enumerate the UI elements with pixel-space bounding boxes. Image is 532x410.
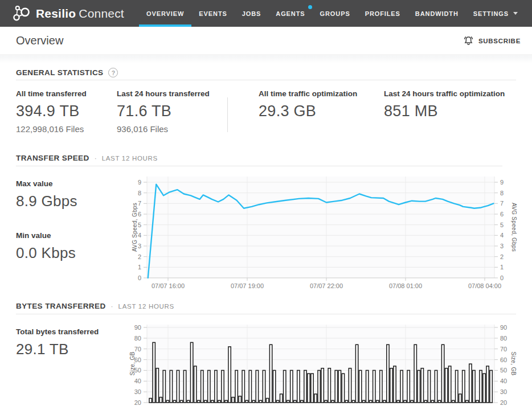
stat-label: All time transferred (16, 89, 117, 98)
nav-item-settings[interactable]: SETTINGS (466, 0, 525, 27)
svg-text:7: 7 (500, 200, 504, 207)
svg-text:5: 5 (500, 222, 504, 228)
bytes-transferred-chart: 20203030404050506060707080809090Size, GB… (0, 319, 532, 410)
transfer-speed-period: LAST 12 HOURS (102, 155, 158, 162)
nav-item-profiles[interactable]: PROFILES (358, 0, 408, 27)
transfer-speed-heading: TRANSFER SPEED · LAST 12 HOURS (16, 154, 158, 162)
nav-item-jobs[interactable]: JOBS (235, 0, 269, 27)
svg-text:90: 90 (500, 324, 507, 331)
stat-files (384, 124, 505, 134)
svg-text:5: 5 (138, 222, 141, 228)
stat-value: 29.3 GB (259, 103, 384, 120)
stat-all-time-transferred: All time transferred 394.9 TB 122,998,01… (16, 89, 117, 134)
svg-text:7: 7 (138, 200, 141, 207)
svg-text:80: 80 (134, 335, 141, 342)
general-statistics-rule (16, 80, 516, 80)
svg-text:4: 4 (500, 232, 504, 239)
svg-text:1: 1 (138, 264, 141, 270)
svg-text:3: 3 (138, 243, 141, 249)
stat-label: Last 24 hours traffic optimization (384, 89, 505, 98)
nav-item-bandwidth[interactable]: BANDWIDTH (408, 0, 466, 27)
svg-text:0: 0 (500, 274, 504, 281)
bytes-transferred-heading: BYTES TRANSFERRED · LAST 12 HOURS (16, 302, 174, 310)
svg-text:60: 60 (500, 356, 507, 363)
stat-last-24h-optimization: Last 24 hours traffic optimization 851 M… (384, 89, 505, 134)
bytes-transferred-period: LAST 12 HOURS (118, 303, 174, 310)
nav-item-groups[interactable]: GROUPS (313, 0, 358, 27)
stat-value: 71.6 TB (117, 103, 227, 120)
stats-divider (227, 97, 228, 132)
heading-separator: · (95, 154, 97, 162)
bytes-transferred-title: BYTES TRANSFERRED (16, 302, 106, 310)
svg-text:4: 4 (138, 232, 141, 239)
stat-files: 122,998,016 Files (16, 124, 117, 134)
svg-text:90: 90 (134, 324, 141, 331)
nav-item-label: EVENTS (199, 10, 227, 17)
stat-all-time-optimization: All time traffic optimization 29.3 GB (259, 89, 384, 134)
brand-logo[interactable]: ResilioConnect (11, 0, 124, 27)
svg-text:70: 70 (134, 346, 141, 352)
svg-text:20: 20 (500, 399, 507, 406)
stat-last-24h-transferred: Last 24 hours transferred 71.6 TB 936,01… (117, 89, 227, 134)
page-header: Overview SUBSCRIBE (0, 27, 532, 55)
svg-text:3: 3 (500, 243, 504, 249)
svg-text:70: 70 (500, 346, 507, 352)
nav-item-events[interactable]: EVENTS (191, 0, 234, 27)
stat-label: All time traffic optimization (259, 89, 384, 98)
notification-dot (308, 5, 312, 9)
nav-item-label: GROUPS (320, 10, 350, 17)
nav-item-label: BANDWIDTH (415, 10, 459, 17)
nav-item-overview[interactable]: OVERVIEW (139, 0, 191, 27)
svg-text:AVG Speed, Gbps: AVG Speed, Gbps (132, 203, 138, 252)
svg-text:9: 9 (138, 179, 141, 186)
nav-menu: OVERVIEWEVENTSJOBSAGENTSGROUPSPROFILESBA… (139, 0, 525, 27)
svg-text:0: 0 (138, 274, 141, 281)
header-shadow (0, 56, 532, 63)
subscribe-button[interactable]: SUBSCRIBE (463, 35, 521, 46)
svg-text:8: 8 (138, 190, 141, 196)
general-statistics-title: GENERAL STATISTICS (16, 68, 103, 77)
svg-text:2: 2 (138, 253, 141, 260)
nav-item-label: JOBS (242, 10, 261, 17)
svg-text:07/07 19:00: 07/07 19:00 (231, 282, 264, 289)
svg-text:07/07 16:00: 07/07 16:00 (152, 282, 185, 289)
svg-text:8: 8 (500, 190, 504, 196)
resilio-logo-icon (11, 5, 31, 22)
svg-text:20: 20 (134, 399, 141, 406)
nav-item-label: OVERVIEW (146, 10, 184, 17)
svg-text:30: 30 (134, 388, 141, 395)
nav-item-label: AGENTS (276, 10, 305, 17)
general-statistics-row: All time transferred 394.9 TB 122,998,01… (16, 89, 516, 134)
general-statistics-heading: GENERAL STATISTICS ? (16, 68, 118, 77)
svg-text:9: 9 (500, 179, 504, 186)
svg-text:Size, GB: Size, GB (510, 352, 517, 376)
svg-text:07/08 01:00: 07/08 01:00 (389, 282, 422, 289)
stat-files: 936,016 Files (117, 124, 227, 134)
transfer-speed-title: TRANSFER SPEED (16, 154, 89, 162)
svg-text:2: 2 (500, 253, 504, 260)
bytes-transferred-rule (16, 314, 516, 314)
svg-text:Size, GB: Size, GB (129, 352, 136, 376)
svg-text:80: 80 (500, 335, 507, 342)
help-icon[interactable]: ? (108, 68, 118, 77)
stat-label: Last 24 hours transferred (117, 89, 227, 98)
svg-text:40: 40 (134, 378, 141, 384)
svg-text:30: 30 (500, 388, 507, 395)
navbar: ResilioConnect OVERVIEWEVENTSJOBSAGENTSG… (0, 0, 532, 27)
heading-separator: · (111, 302, 113, 310)
nav-item-agents[interactable]: AGENTS (268, 0, 312, 27)
svg-text:AVG Speed, Gbps: AVG Speed, Gbps (511, 203, 517, 252)
stat-value: 851 MB (384, 103, 505, 120)
nav-item-label: PROFILES (365, 10, 400, 17)
chevron-down-icon (513, 12, 518, 15)
svg-text:50: 50 (500, 367, 507, 374)
svg-text:1: 1 (500, 264, 504, 270)
svg-text:07/07 22:00: 07/07 22:00 (310, 282, 343, 289)
stat-files (259, 124, 384, 134)
transfer-speed-rule (16, 166, 502, 166)
transfer-speed-chart: 07/07 16:0007/07 19:0007/07 22:0007/08 0… (0, 170, 532, 292)
brand-text: ResilioConnect (36, 7, 124, 20)
subscribe-label: SUBSCRIBE (478, 38, 521, 44)
page-title: Overview (16, 34, 63, 47)
stat-value: 394.9 TB (16, 103, 117, 120)
